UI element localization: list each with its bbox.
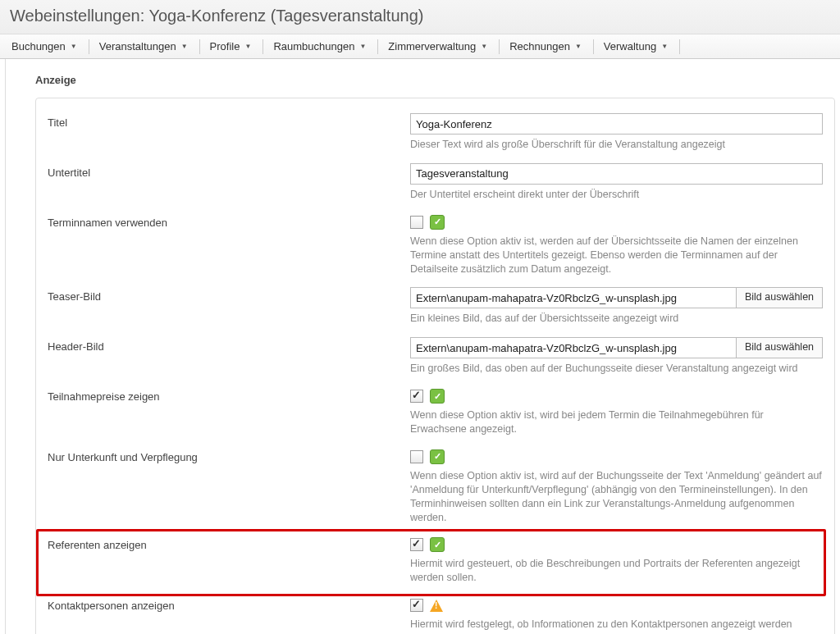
row-referenten: Referenten anzeigen Hiermit wird gesteue… [48, 531, 823, 591]
checkbox-referenten[interactable] [410, 538, 423, 551]
label-kontaktpersonen: Kontaktpersonen anzeigen [48, 596, 410, 612]
chevron-down-icon: ▼ [359, 43, 366, 50]
chevron-down-icon: ▼ [575, 43, 582, 50]
menu-separator [499, 39, 500, 54]
help-nur-unterkunft: Wenn diese Option aktiv ist, wird auf de… [410, 469, 823, 525]
checkbox-kontaktpersonen[interactable] [410, 599, 423, 612]
row-terminnamen: Terminnamen verwenden Wenn diese Option … [48, 208, 823, 283]
label-teaserbild: Teaser-Bild [48, 287, 410, 303]
label-untertitel: Untertitel [48, 163, 410, 179]
menu-label: Zimmerverwaltung [388, 40, 476, 52]
menu-verwaltung[interactable]: Verwaltung▼ [597, 38, 674, 55]
menu-label: Buchungen [11, 40, 66, 52]
label-teilnahmepreise: Teilnahmepreise zeigen [48, 387, 410, 403]
chevron-down-icon: ▼ [244, 43, 251, 50]
row-untertitel: Untertitel Der Untertitel erscheint dire… [48, 158, 823, 208]
chevron-down-icon: ▼ [181, 43, 188, 50]
help-teaserbild: Ein kleines Bild, das auf der Übersichts… [410, 312, 823, 326]
row-teaserbild: Teaser-Bild Bild auswählen Ein kleines B… [48, 282, 823, 332]
checkbox-teilnahmepreise[interactable] [410, 390, 423, 403]
checkbox-nur-unterkunft[interactable] [410, 450, 423, 463]
status-ok-icon [430, 215, 445, 230]
menu-separator [89, 39, 89, 54]
row-titel: Titel Dieser Text wird als große Übersch… [48, 108, 823, 158]
status-ok-icon [430, 537, 445, 552]
row-teilnahmepreise: Teilnahmepreise zeigen Wenn diese Option… [48, 382, 823, 443]
menu-separator [593, 39, 594, 54]
input-headerbild[interactable] [410, 337, 737, 358]
row-nur-unterkunft: Nur Unterkunft und Verpflegung Wenn dies… [48, 443, 823, 531]
status-warn-icon [430, 600, 443, 612]
menu-separator [679, 39, 680, 54]
choose-image-button[interactable]: Bild auswählen [737, 287, 823, 308]
help-terminnamen: Wenn diese Option aktiv ist, werden auf … [410, 235, 823, 276]
help-untertitel: Der Untertitel erscheint direkt unter de… [410, 188, 823, 202]
help-kontaktpersonen: Hiermit wird festgelegt, ob Informatione… [410, 618, 823, 634]
help-headerbild: Ein großes Bild, das oben auf der Buchun… [410, 362, 823, 376]
menu-rechnungen[interactable]: Rechnungen▼ [503, 38, 588, 55]
menu-buchungen[interactable]: Buchungen▼ [5, 38, 84, 55]
chevron-down-icon: ▼ [71, 43, 77, 50]
label-referenten: Referenten anzeigen [48, 536, 410, 551]
content-area: Anzeige Titel Dieser Text wird als große… [5, 59, 840, 634]
menu-separator [377, 39, 378, 54]
label-titel: Titel [48, 113, 410, 129]
help-teilnahmepreise: Wenn diese Option aktiv ist, wird bei je… [410, 408, 823, 436]
menu-veranstaltungen[interactable]: Veranstaltungen▼ [93, 38, 194, 55]
form-panel: Titel Dieser Text wird als große Übersch… [35, 98, 835, 634]
menu-label: Verwaltung [604, 40, 656, 52]
menu-separator [262, 39, 263, 54]
menu-zimmerverwaltung[interactable]: Zimmerverwaltung▼ [381, 38, 494, 55]
menu-label: Rechnungen [509, 40, 570, 52]
section-heading: Anzeige [35, 74, 840, 86]
menu-separator [199, 39, 200, 54]
checkbox-terminnamen[interactable] [410, 216, 423, 229]
menu-label: Raumbuchungen [273, 40, 354, 52]
menu-profile[interactable]: Profile▼ [203, 38, 258, 55]
page-title: Webeinstellungen: Yoga-Konferenz (Tagesv… [0, 0, 840, 34]
row-headerbild: Header-Bild Bild auswählen Ein großes Bi… [48, 332, 823, 382]
label-nur-unterkunft: Nur Unterkunft und Verpflegung [48, 448, 410, 463]
label-terminnamen: Terminnamen verwenden [48, 213, 410, 229]
chevron-down-icon: ▼ [661, 43, 668, 50]
status-ok-icon [430, 389, 445, 404]
label-headerbild: Header-Bild [48, 337, 410, 353]
help-referenten: Hiermit wird gesteuert, ob die Beschreib… [410, 557, 823, 585]
menubar: Buchungen▼ Veranstaltungen▼ Profile▼ Rau… [0, 34, 840, 59]
input-teaserbild[interactable] [410, 287, 737, 308]
menu-label: Profile [210, 40, 240, 52]
input-untertitel[interactable] [410, 163, 823, 185]
menu-raumbuchungen[interactable]: Raumbuchungen▼ [267, 38, 372, 55]
status-ok-icon [430, 449, 445, 464]
input-titel[interactable] [410, 113, 823, 135]
choose-image-button[interactable]: Bild auswählen [737, 337, 823, 358]
menu-label: Veranstaltungen [99, 40, 176, 52]
chevron-down-icon: ▼ [481, 43, 487, 50]
row-kontaktpersonen: Kontaktpersonen anzeigen Hiermit wird fe… [48, 591, 823, 634]
help-titel: Dieser Text wird als große Überschrift f… [410, 138, 823, 152]
